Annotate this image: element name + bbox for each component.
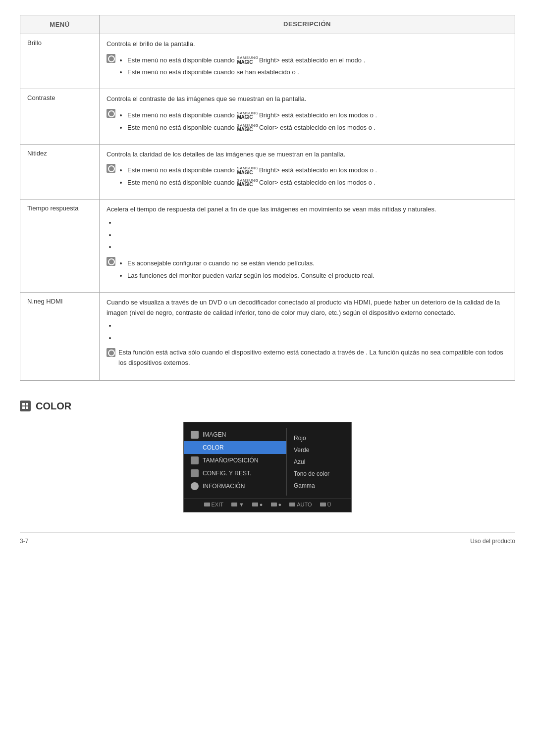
note-icon — [107, 348, 115, 357]
osd-btn-icon — [271, 503, 277, 506]
color-section-icon — [20, 401, 31, 411]
menu-cell: N.neg HDMI — [20, 292, 100, 380]
desc-cell: Cuando se visualiza a través de un DVD o… — [100, 292, 515, 380]
desc-intro: Controla el brillo de la pantalla. — [107, 39, 508, 50]
menu-cell: Brillo — [20, 34, 100, 89]
osd-menu-label: IMAGEN — [203, 431, 226, 438]
osd-menu-item[interactable]: TAMAÑO/POSICIÓN — [184, 454, 286, 467]
osd-menu-item[interactable]: CONFIG. Y REST. — [184, 467, 286, 480]
note-item: Este menú no está disponible cuando se h… — [127, 67, 508, 78]
note-item: Este menú no está disponible cuando SAMS… — [127, 123, 508, 133]
osd-btn-label: AUTO — [297, 502, 312, 507]
note-block: Este menú no está disponible cuando SAMS… — [107, 53, 508, 80]
samsung-magic-brand: SAMSUNGMAGIC — [237, 111, 259, 120]
osd-right-option: Tono de color — [294, 468, 344, 480]
osd-btn-icon — [289, 503, 295, 506]
osd-box: IMAGENCOLORTAMAÑO/POSICIÓNCONFIG. Y REST… — [183, 422, 352, 512]
osd-bottom-btn[interactable]: ● — [271, 502, 282, 507]
samsung-magic-brand: SAMSUNGMAGIC — [237, 179, 259, 188]
osd-left-panel: IMAGENCOLORTAMAÑO/POSICIÓNCONFIG. Y REST… — [184, 428, 287, 496]
note-item: Este menú no está disponible cuando SAMS… — [127, 165, 508, 176]
desc-cell: Controla el contraste de las imágenes qu… — [100, 89, 515, 144]
bullet-item — [116, 321, 508, 331]
note-icon — [107, 54, 115, 63]
osd-bottom-btn[interactable]: ▼ — [231, 502, 244, 507]
osd-btn-label: EXIT — [212, 502, 223, 507]
note-content: Es aconsejable configurar o cuando no se… — [118, 256, 508, 283]
note-block: Este menú no está disponible cuando SAMS… — [107, 108, 508, 135]
note-block: Este menú no está disponible cuando SAMS… — [107, 163, 508, 190]
osd-menu-item[interactable]: COLOR — [184, 441, 286, 454]
samsung-magic-brand: SAMSUNGMAGIC — [237, 166, 259, 175]
osd-right-option: Gamma — [294, 480, 344, 492]
note-icon — [107, 109, 115, 118]
osd-menu-label: TAMAÑO/POSICIÓN — [203, 457, 258, 464]
desc-cell: Controla el brillo de la pantalla. Este … — [100, 34, 515, 89]
desc-cell: Acelera el tiempo de respuesta del panel… — [100, 199, 515, 292]
osd-right-option: Verde — [294, 444, 344, 456]
desc-cell: Controla la claridad de los detalles de … — [100, 144, 515, 199]
osd-right-option: Azul — [294, 456, 344, 468]
osd-icon-imagen — [191, 431, 199, 439]
osd-container: IMAGENCOLORTAMAÑO/POSICIÓNCONFIG. Y REST… — [20, 422, 515, 512]
svg-rect-3 — [26, 406, 28, 409]
osd-btn-label: ● — [260, 502, 263, 507]
samsung-magic-brand: SAMSUNGMAGIC — [237, 124, 259, 133]
note-item: Las funciones del monitor pueden variar … — [127, 271, 508, 281]
page-footer: 3-7 Uso del producto — [20, 532, 515, 545]
desc-intro: Acelera el tiempo de respuesta del panel… — [107, 204, 508, 215]
osd-btn-label: Ü — [327, 502, 331, 507]
note-icon — [107, 164, 115, 173]
osd-btn-icon — [320, 503, 326, 506]
osd-btn-icon — [231, 503, 237, 506]
osd-bottom-bar: EXIT▼●●AUTOÜ — [184, 499, 351, 509]
svg-rect-2 — [22, 406, 25, 409]
bullet-list — [116, 218, 508, 252]
svg-rect-0 — [22, 403, 25, 405]
color-section: COLOR IMAGENCOLORTAMAÑO/POSICIÓNCONFIG. … — [20, 401, 515, 512]
note-content: Este menú no está disponible cuando SAMS… — [118, 53, 508, 80]
page-number: 3-7 — [20, 538, 28, 545]
note-icon — [107, 257, 115, 266]
note-content: Este menú no está disponible cuando SAMS… — [118, 163, 508, 190]
osd-bottom-btn[interactable]: Ü — [320, 502, 331, 507]
osd-right-option: Rojo — [294, 432, 344, 444]
osd-icon-config — [191, 469, 199, 477]
menu-cell: Nitidez — [20, 144, 100, 199]
bullet-item — [116, 218, 508, 228]
osd-btn-label: ▼ — [239, 502, 244, 507]
osd-right-panel: RojoVerdeAzulTono de colorGamma — [287, 428, 351, 496]
bullet-item — [116, 333, 508, 344]
osd-menu-label: INFORMACIÓN — [203, 483, 245, 490]
osd-menu-item[interactable]: INFORMACIÓN — [184, 480, 286, 493]
note-item: Es aconsejable configurar o cuando no se… — [127, 258, 508, 269]
desc-intro: Controla la claridad de los detalles de … — [107, 150, 508, 160]
color-heading: COLOR — [20, 401, 515, 412]
color-heading-label: COLOR — [36, 401, 71, 412]
main-table: MENÚ DESCRIPCIÓN BrilloControla el brill… — [20, 15, 515, 381]
bullet-item — [116, 230, 508, 241]
desc-intro: Cuando se visualiza a través de un DVD o… — [107, 298, 508, 318]
osd-bottom-btn[interactable]: EXIT — [204, 502, 223, 507]
note-item: Este menú no está disponible cuando SAMS… — [127, 110, 508, 121]
osd-icon-color — [191, 444, 199, 452]
osd-bottom-btn[interactable]: AUTO — [289, 502, 312, 507]
osd-menu-item[interactable]: IMAGEN — [184, 428, 286, 441]
osd-layout: IMAGENCOLORTAMAÑO/POSICIÓNCONFIG. Y REST… — [184, 428, 351, 496]
svg-rect-1 — [26, 403, 28, 405]
col-header-menu: MENÚ — [20, 15, 100, 34]
note-block: Es aconsejable configurar o cuando no se… — [107, 256, 508, 283]
osd-icon-info — [191, 482, 199, 490]
osd-menu-label: CONFIG. Y REST. — [203, 470, 251, 477]
osd-btn-icon — [204, 503, 210, 506]
menu-cell: Contraste — [20, 89, 100, 144]
osd-menu-label: COLOR — [203, 444, 224, 451]
note-text: Esta función está activa sólo cuando el … — [118, 348, 508, 368]
note-item: Este menú no está disponible cuando SAMS… — [127, 55, 508, 66]
osd-bottom-btn[interactable]: ● — [252, 502, 263, 507]
menu-cell: Tiempo respuesta — [20, 199, 100, 292]
samsung-magic-brand: SAMSUNGMAGIC — [237, 56, 259, 65]
desc-intro: Controla el contraste de las imágenes qu… — [107, 94, 508, 104]
osd-icon-tamano — [191, 456, 199, 464]
col-header-desc: DESCRIPCIÓN — [100, 15, 515, 34]
